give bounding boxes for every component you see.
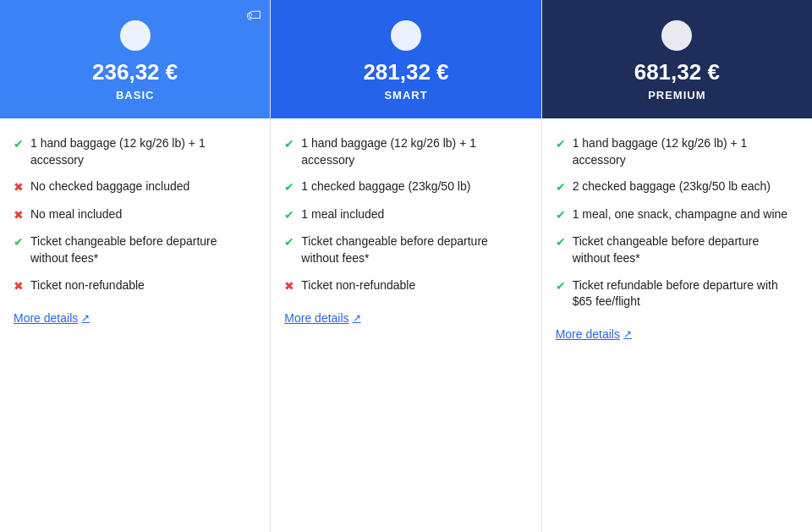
plan-basic: 🏷236,32 €BASIC✔1 hand baggage (12 kg/26 …: [0, 0, 271, 532]
external-link-icon: ↗: [81, 312, 90, 324]
plan-header-basic: 🏷236,32 €BASIC: [0, 0, 270, 118]
feature-item: ✖Ticket non-refundable: [284, 277, 527, 295]
feature-text: 1 meal included: [301, 206, 384, 223]
plan-name-smart: SMART: [384, 89, 427, 101]
plan-name-basic: BASIC: [116, 89, 154, 101]
check-icon: ✔: [556, 278, 566, 295]
feature-item: ✔1 checked baggage (23kg/50 lb): [284, 178, 527, 196]
feature-text: 2 checked baggage (23kg/50 lb each): [573, 178, 771, 195]
plan-icon-basic: [120, 20, 151, 51]
feature-item: ✔Ticket changeable before departure with…: [556, 233, 798, 266]
feature-item: ✔Ticket refundable before departure with…: [556, 277, 798, 310]
plan-price-basic: 236,32 €: [92, 59, 178, 85]
feature-text: 1 checked baggage (23kg/50 lb): [301, 178, 470, 195]
feature-text: 1 hand baggage (12 kg/26 lb) + 1 accesso…: [301, 135, 527, 168]
feature-item: ✔1 hand baggage (12 kg/26 lb) + 1 access…: [556, 135, 798, 168]
feature-text: Ticket changeable before departure witho…: [301, 233, 527, 266]
feature-text: Ticket non-refundable: [301, 277, 415, 294]
check-icon: ✔: [556, 179, 566, 196]
check-icon: ✔: [14, 136, 24, 153]
plan-smart: 281,32 €SMART✔1 hand baggage (12 kg/26 l…: [271, 0, 541, 532]
feature-item: ✔1 meal included: [284, 206, 527, 224]
check-icon: ✔: [284, 136, 294, 153]
plan-header-smart: 281,32 €SMART: [271, 0, 540, 118]
feature-item: ✖No meal included: [14, 206, 256, 224]
plan-icon-premium: [661, 20, 692, 51]
feature-text: Ticket changeable before departure witho…: [30, 233, 256, 266]
plan-features-smart: ✔1 hand baggage (12 kg/26 lb) + 1 access…: [271, 118, 540, 532]
plan-name-premium: PREMIUM: [648, 89, 705, 101]
feature-text: Ticket changeable before departure witho…: [573, 233, 798, 266]
feature-item: ✖Ticket non-refundable: [14, 277, 256, 295]
more-details-label: More details: [14, 311, 78, 325]
plan-icon-smart: [391, 20, 421, 51]
external-link-icon: ↗: [623, 328, 632, 340]
plan-premium: 681,32 €PREMIUM✔1 hand baggage (12 kg/26…: [542, 0, 812, 532]
more-details-label: More details: [284, 311, 348, 325]
cross-icon: ✖: [14, 278, 24, 295]
check-icon: ✔: [556, 234, 566, 251]
more-details-label: More details: [556, 327, 620, 341]
feature-item: ✔Ticket changeable before departure with…: [14, 233, 256, 266]
plan-price-smart: 281,32 €: [363, 59, 448, 85]
feature-item: ✖No checked baggage included: [14, 178, 256, 196]
feature-item: ✔2 checked baggage (23kg/50 lb each): [556, 178, 798, 196]
pricing-container: 🏷236,32 €BASIC✔1 hand baggage (12 kg/26 …: [0, 0, 812, 532]
tag-icon: 🏷: [246, 7, 261, 25]
feature-text: Ticket refundable before departure with …: [573, 277, 798, 310]
feature-text: 1 hand baggage (12 kg/26 lb) + 1 accesso…: [573, 135, 798, 168]
cross-icon: ✖: [284, 278, 294, 295]
plan-price-premium: 681,32 €: [634, 59, 720, 85]
check-icon: ✔: [284, 207, 294, 224]
cross-icon: ✖: [14, 207, 24, 224]
check-icon: ✔: [14, 234, 24, 251]
feature-text: No checked baggage included: [30, 178, 189, 195]
feature-item: ✔1 meal, one snack, champagne and wine: [556, 206, 798, 224]
feature-item: ✔1 hand baggage (12 kg/26 lb) + 1 access…: [284, 135, 527, 168]
plan-features-premium: ✔1 hand baggage (12 kg/26 lb) + 1 access…: [542, 118, 812, 532]
external-link-icon: ↗: [353, 312, 361, 324]
cross-icon: ✖: [14, 179, 24, 196]
feature-text: 1 hand baggage (12 kg/26 lb) + 1 accesso…: [30, 135, 256, 168]
more-details-link-premium[interactable]: More details ↗: [556, 327, 632, 341]
feature-text: 1 meal, one snack, champagne and wine: [573, 206, 788, 223]
plan-features-basic: ✔1 hand baggage (12 kg/26 lb) + 1 access…: [0, 118, 270, 532]
check-icon: ✔: [556, 207, 566, 224]
feature-text: Ticket non-refundable: [30, 277, 145, 294]
feature-item: ✔1 hand baggage (12 kg/26 lb) + 1 access…: [14, 135, 256, 168]
more-details-link-basic[interactable]: More details ↗: [14, 311, 90, 325]
feature-item: ✔Ticket changeable before departure with…: [284, 233, 527, 266]
more-details-link-smart[interactable]: More details ↗: [284, 311, 360, 325]
check-icon: ✔: [556, 136, 566, 153]
plan-header-premium: 681,32 €PREMIUM: [542, 0, 812, 118]
feature-text: No meal included: [30, 206, 122, 223]
check-icon: ✔: [284, 234, 294, 251]
check-icon: ✔: [284, 179, 294, 196]
